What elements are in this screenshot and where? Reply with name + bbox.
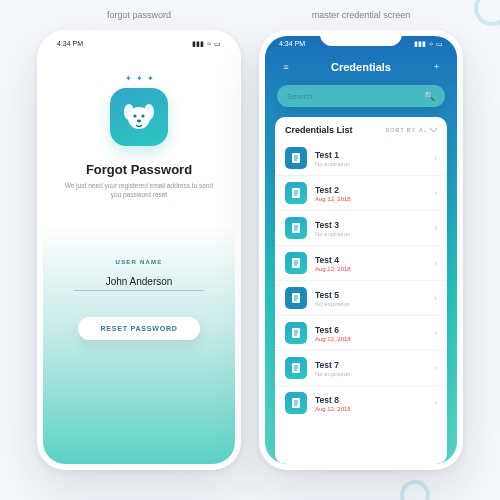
- forgot-title: Forgot Password: [86, 162, 192, 177]
- credential-title: Test 7: [315, 360, 434, 370]
- signal-icon: ▮▮▮: [192, 40, 204, 48]
- app-logo: ✦✦✦: [110, 88, 168, 146]
- chevron-right-icon: ›: [434, 153, 437, 163]
- credential-row[interactable]: Test 6Aug 12, 2018›: [275, 315, 447, 350]
- battery-icon: ▭: [436, 40, 443, 48]
- search-bar[interactable]: 🔍: [277, 85, 445, 107]
- credential-subtitle: No expiration: [315, 371, 434, 377]
- credential-title: Test 2: [315, 185, 434, 195]
- credential-subtitle: Aug 12, 2018: [315, 266, 434, 272]
- credential-row[interactable]: Test 1No expiration›: [275, 141, 447, 175]
- credentials-list: Test 1No expiration›Test 2Aug 12, 2018›T…: [275, 141, 447, 464]
- screen-label-forgot: forgot password: [107, 10, 171, 20]
- reset-password-button[interactable]: RESET PASSWORD: [78, 317, 199, 340]
- credential-row[interactable]: Test 2Aug 12, 2018›: [275, 175, 447, 210]
- document-icon: [285, 357, 307, 379]
- credential-subtitle: No expiration: [315, 231, 434, 237]
- svg-point-3: [133, 114, 136, 117]
- chevron-right-icon: ›: [434, 363, 437, 373]
- wifi-icon: ⌔: [207, 41, 211, 48]
- chevron-right-icon: ›: [434, 188, 437, 198]
- svg-point-2: [128, 107, 150, 129]
- credential-row[interactable]: Test 5No expiration›: [275, 280, 447, 315]
- document-icon: [285, 392, 307, 414]
- wifi-icon: ⌔: [429, 41, 433, 48]
- chevron-right-icon: ›: [434, 223, 437, 233]
- logo-stars: ✦✦✦: [125, 74, 154, 83]
- sort-label: SORT BY: [385, 127, 415, 133]
- credentials-card: Credentials List SORT BY A↓ Test 1No exp…: [275, 117, 447, 464]
- credential-title: Test 8: [315, 395, 434, 405]
- search-input[interactable]: [287, 92, 418, 101]
- menu-icon[interactable]: ≡: [279, 62, 293, 72]
- svg-point-5: [137, 120, 141, 123]
- dog-icon: [119, 97, 159, 137]
- phone-frame-forgot: 4:34 PM ▮▮▮ ⌔ ▭ ✦✦✦: [37, 30, 241, 470]
- credential-row[interactable]: Test 7No expiration›: [275, 350, 447, 385]
- screen-label-master: master credential screen: [312, 10, 411, 20]
- sort-by-button[interactable]: SORT BY A↓: [385, 127, 437, 133]
- credential-row[interactable]: Test 8Aug 12, 2018›: [275, 385, 447, 420]
- document-icon: [285, 217, 307, 239]
- credential-title: Test 6: [315, 325, 434, 335]
- chevron-right-icon: ›: [434, 328, 437, 338]
- username-input[interactable]: [74, 273, 204, 291]
- status-icons: ▮▮▮ ⌔ ▭: [192, 40, 221, 48]
- status-time: 4:34 PM: [279, 40, 305, 48]
- battery-icon: ▭: [214, 40, 221, 48]
- document-icon: [285, 322, 307, 344]
- credential-title: Test 4: [315, 255, 434, 265]
- add-icon[interactable]: ＋: [429, 60, 443, 73]
- credentials-title: Credentials: [293, 61, 429, 73]
- phone-frame-credentials: 4:34 PM ▮▮▮ ⌔ ▭ ≡ Credentials ＋: [259, 30, 463, 470]
- credential-row[interactable]: Test 4Aug 12, 2018›: [275, 245, 447, 280]
- credential-title: Test 5: [315, 290, 434, 300]
- chevron-right-icon: ›: [434, 293, 437, 303]
- chevron-right-icon: ›: [434, 258, 437, 268]
- credential-title: Test 1: [315, 150, 434, 160]
- credential-subtitle: Aug 12, 2018: [315, 336, 434, 342]
- chevron-down-icon: [430, 128, 437, 133]
- svg-point-4: [141, 114, 144, 117]
- status-time: 4:34 PM: [57, 40, 83, 48]
- sort-az-icon: A↓: [419, 127, 427, 133]
- forgot-subtitle: We just need your registered email addre…: [64, 181, 214, 199]
- credential-subtitle: Aug 12, 2018: [315, 196, 434, 202]
- document-icon: [285, 147, 307, 169]
- phone-notch: [98, 30, 180, 46]
- document-icon: [285, 252, 307, 274]
- credential-title: Test 3: [315, 220, 434, 230]
- username-label: USER NAME: [116, 259, 163, 265]
- document-icon: [285, 287, 307, 309]
- phone-notch: [320, 30, 402, 46]
- search-icon[interactable]: 🔍: [424, 91, 435, 101]
- card-title: Credentials List: [285, 125, 353, 135]
- signal-icon: ▮▮▮: [414, 40, 426, 48]
- credential-subtitle: No expiration: [315, 161, 434, 167]
- credential-subtitle: Aug 12, 2018: [315, 406, 434, 412]
- chevron-right-icon: ›: [434, 398, 437, 408]
- credential-row[interactable]: Test 3No expiration›: [275, 210, 447, 245]
- status-icons: ▮▮▮ ⌔ ▭: [414, 40, 443, 48]
- credential-subtitle: No expiration: [315, 301, 434, 307]
- document-icon: [285, 182, 307, 204]
